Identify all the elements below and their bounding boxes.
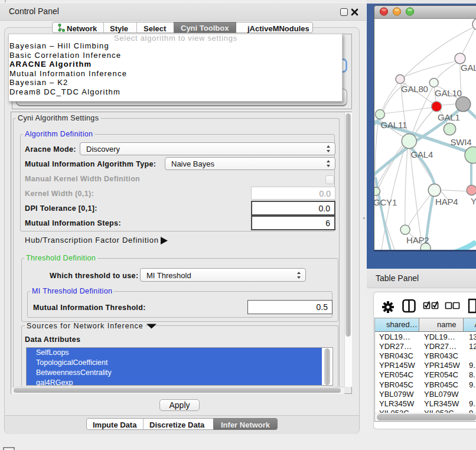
svg-text:GAL10: GAL10 [435, 88, 462, 98]
svg-text:SWI4: SWI4 [451, 137, 472, 147]
svg-text:GAL1: GAL1 [438, 112, 460, 122]
svg-text:GCY1: GCY1 [374, 197, 397, 207]
svg-text:GAL7: GAL7 [461, 63, 476, 73]
svg-text:GAL80: GAL80 [401, 84, 428, 94]
svg-text:GAL4: GAL4 [411, 149, 433, 159]
svg-text:HAP2: HAP2 [406, 235, 429, 245]
svg-text:GAL11: GAL11 [381, 120, 407, 130]
svg-text:HAP4: HAP4 [435, 197, 458, 207]
svg-text:YMR: YMR [471, 196, 476, 206]
